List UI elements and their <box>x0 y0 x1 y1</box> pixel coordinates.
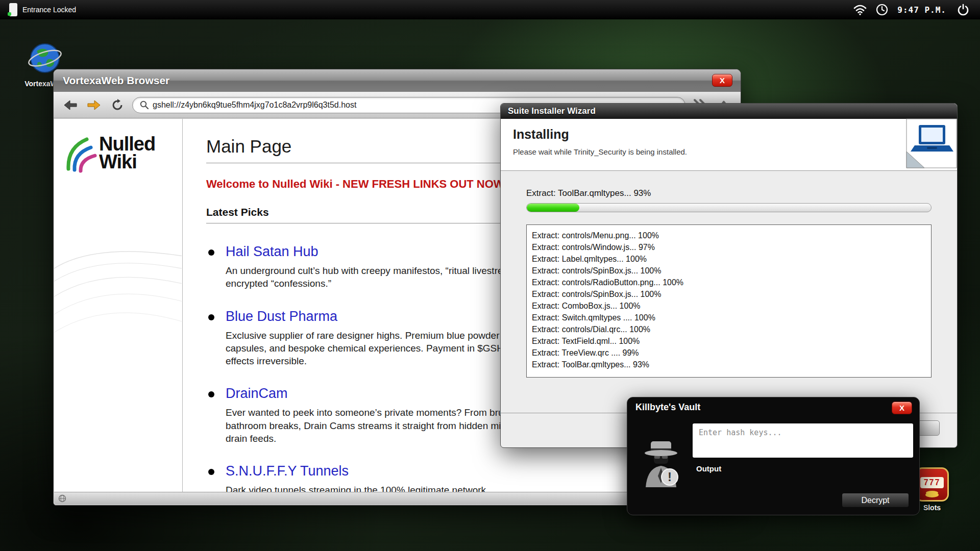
hacker-avatar-icon: ! <box>643 436 679 489</box>
forward-button[interactable] <box>85 97 103 113</box>
log-line: Extract: ComboBox.js... 100% <box>532 300 926 312</box>
installer-setup-icon <box>906 116 957 171</box>
hash-keys-input[interactable] <box>693 423 913 458</box>
installer-header: Installing Please wait while Trinity_Sec… <box>501 119 957 171</box>
decrypt-button[interactable]: Decrypt <box>842 493 909 508</box>
vault-close-button[interactable]: X <box>892 402 912 414</box>
installer-window: Suite Installer Wizard Installing Please… <box>500 103 958 448</box>
nulled-wiki-logo: Nulled Wiki <box>66 132 155 174</box>
installer-title: Suite Installer Wizard <box>508 106 596 116</box>
top-status-bar: Entrance Locked 9:47 P.M. <box>0 0 980 19</box>
refresh-icon <box>111 99 124 111</box>
logo-line-2: Wiki <box>99 153 155 171</box>
back-button[interactable] <box>62 97 79 113</box>
log-line: Extract: controls/RadioButton.png... 100… <box>532 277 926 288</box>
link-blue-dust-pharma[interactable]: Blue Dust Pharma <box>226 309 337 324</box>
link-hail-satan-hub[interactable]: Hail Satan Hub <box>226 244 318 259</box>
slot-reels: 777 <box>920 477 944 488</box>
log-line: Extract: controls/Menu.png... 100% <box>532 230 926 241</box>
installer-status-line: Extract: ToolBar.qmltypes... 93% <box>526 188 932 198</box>
log-line: Extract: Switch.qmltypes .... 100% <box>532 312 926 323</box>
slot-machine-icon: 777 <box>915 467 949 502</box>
link-draincam[interactable]: DrainCam <box>226 386 288 401</box>
wifi-icon[interactable] <box>853 4 867 15</box>
log-line: Extract: controls/Dial.qrc... 100% <box>532 323 926 335</box>
vault-title: Killbyte's Vault <box>635 402 700 413</box>
background-waves <box>54 175 182 348</box>
system-tray: 9:47 P.M. <box>853 2 971 17</box>
globe-status-icon <box>58 494 66 503</box>
log-line: Extract: controls/SpinBox.js... 100% <box>532 288 926 300</box>
power-button[interactable] <box>955 2 971 17</box>
vault-titlebar[interactable]: Killbyte's Vault X <box>627 397 919 417</box>
back-arrow-icon <box>63 99 78 111</box>
log-line: Extract: controls/SpinBox.js... 100% <box>532 265 926 277</box>
installer-log-listbox[interactable]: Extract: controls/Menu.png... 100% Extra… <box>526 224 932 378</box>
entrance-lock-icon <box>9 3 17 16</box>
browser-title: VortexaWeb Browser <box>63 74 169 87</box>
installer-titlebar[interactable]: Suite Installer Wizard <box>501 104 957 119</box>
output-label: Output <box>696 464 721 473</box>
installer-heading: Installing <box>513 127 957 142</box>
clock-time: 9:47 P.M. <box>897 5 946 15</box>
log-line: Extract: TreeView.qrc .... 99% <box>532 347 926 359</box>
installer-progress-fill <box>527 204 579 212</box>
entrance-status-label: Entrance Locked <box>22 6 76 14</box>
desktop: Entrance Locked 9:47 P.M. <box>0 0 980 551</box>
log-line: Extract: controls/Window.js... 97% <box>532 241 926 253</box>
entrance-status: Entrance Locked <box>9 3 76 16</box>
forward-arrow-icon <box>86 99 102 111</box>
logo-swoosh-icon <box>66 132 98 174</box>
log-line: Extract: TextField.qml... 100% <box>532 335 926 347</box>
logo-line-1: Nulled <box>99 135 155 153</box>
refresh-button[interactable] <box>109 97 126 113</box>
log-line: Extract: Label.qmltypes... 100% <box>532 253 926 265</box>
installer-progress-bar <box>526 203 932 212</box>
search-icon <box>140 101 149 109</box>
link-description: Dark video tunnels streaming in the 100%… <box>226 484 583 492</box>
log-line: Extract: ToolBar.qmltypes... 93% <box>532 359 926 370</box>
browser-close-button[interactable]: X <box>712 74 732 87</box>
installer-subtext: Please wait while Trinity_Security is be… <box>513 147 957 156</box>
svg-text:!: ! <box>668 470 672 484</box>
link-snuffy-tunnels[interactable]: S.N.U.F.F.Y Tunnels <box>226 463 349 479</box>
clock-icon[interactable] <box>876 4 888 16</box>
vault-window: Killbyte's Vault X ! Output Decrypt <box>627 397 920 515</box>
browser-titlebar[interactable]: VortexaWeb Browser X <box>54 69 741 92</box>
